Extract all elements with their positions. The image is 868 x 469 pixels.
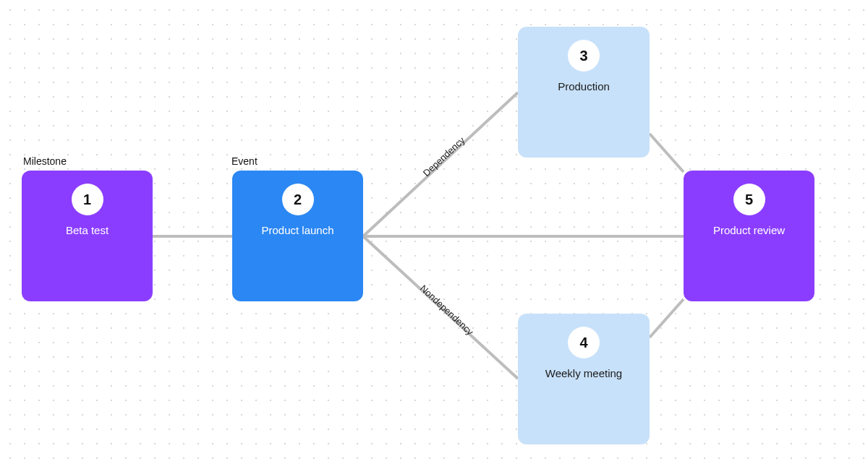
node-number-badge: 5 bbox=[733, 184, 765, 215]
node-number-badge: 1 bbox=[72, 184, 103, 215]
edge-label-nondependency: Nondependency bbox=[418, 283, 476, 337]
node-number-badge: 2 bbox=[282, 184, 314, 215]
edge-2-4 bbox=[363, 236, 518, 379]
node-number-badge: 4 bbox=[568, 327, 600, 358]
edge-3-5 bbox=[650, 134, 684, 172]
node-product-launch[interactable]: 2 Product launch bbox=[232, 171, 363, 301]
edge-2-3 bbox=[363, 92, 518, 236]
node-beta-test[interactable]: 1 Beta test bbox=[22, 171, 153, 301]
edge-4-5 bbox=[650, 299, 684, 337]
node-production[interactable]: 3 Production bbox=[518, 27, 650, 158]
node-number-badge: 3 bbox=[568, 40, 600, 72]
label-event: Event bbox=[231, 155, 258, 167]
node-title: Beta test bbox=[60, 224, 114, 236]
node-title: Production bbox=[552, 80, 616, 92]
node-title: Weekly meeting bbox=[540, 367, 628, 379]
node-weekly-meeting[interactable]: 4 Weekly meeting bbox=[518, 314, 650, 444]
edge-label-dependency: Dependency bbox=[421, 134, 467, 178]
node-title: Product review bbox=[707, 224, 791, 236]
label-milestone: Milestone bbox=[23, 155, 67, 167]
node-title: Product launch bbox=[255, 224, 339, 236]
node-product-review[interactable]: 5 Product review bbox=[684, 171, 814, 301]
diagram-canvas[interactable]: Dependency Nondependency Milestone Event… bbox=[0, 0, 868, 469]
